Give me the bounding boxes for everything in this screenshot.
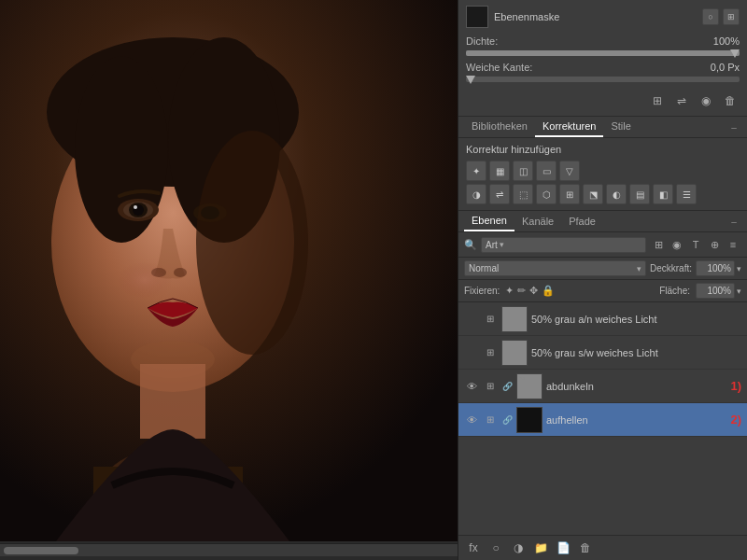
- blend-mode-dropdown[interactable]: Normal ▾: [464, 260, 646, 276]
- layer-tool-icon-2[interactable]: ◉: [669, 236, 685, 253]
- mask-delete-icon[interactable]: 🗑: [721, 91, 740, 110]
- deckkraft-input[interactable]: [696, 260, 735, 276]
- dichte-slider[interactable]: [466, 50, 740, 58]
- tab-bibliotheken[interactable]: Bibliotheken: [464, 117, 535, 137]
- correction-section: Korrektur hinzufügen ✦ ▦ ◫ ▭ ▽ ◑ ⇌ ⬚ ⬡ ⊞…: [458, 138, 747, 211]
- dichte-row: Dichte: 100%: [466, 35, 740, 47]
- fix-icon-lock[interactable]: 🔒: [542, 285, 555, 297]
- layer-tool-icon-4[interactable]: ⊕: [706, 236, 723, 253]
- svg-rect-19: [140, 364, 205, 439]
- weiche-kante-row: Weiche Kante: 0,0 Px: [466, 62, 740, 73]
- weiche-kante-slider[interactable]: [466, 77, 740, 84]
- weiche-kante-value: 0,0 Px: [684, 62, 740, 73]
- layer-item[interactable]: 👁 ⊞ 🔗 fx abdunkeln 1): [458, 370, 747, 403]
- corr-icon-vibrance[interactable]: ◑: [466, 184, 486, 204]
- layer-thumbs-3: fx: [516, 373, 543, 399]
- weiche-kante-label: Weiche Kante:: [466, 62, 550, 73]
- corr-icon-more[interactable]: ☰: [676, 184, 697, 204]
- corr-icon-photo-filter[interactable]: ⬡: [536, 184, 557, 204]
- flaeche-arrow[interactable]: ▾: [737, 287, 741, 296]
- deckkraft-label: Deckkraft:: [650, 263, 692, 273]
- layer-tool-icon-3[interactable]: T: [687, 236, 704, 253]
- corr-icon-dropdown[interactable]: ▽: [559, 161, 580, 181]
- layer-eye-3[interactable]: 👁: [464, 379, 479, 394]
- svg-point-7: [196, 131, 308, 355]
- svg-point-12: [134, 205, 137, 209]
- layer-name-1: 50% grau a/n weiches Licht: [531, 314, 741, 325]
- mask-icon-btn-2[interactable]: ⊞: [723, 8, 740, 25]
- layer-thumb-3a: fx: [516, 373, 543, 399]
- corr-icon-levels[interactable]: ▦: [489, 161, 510, 181]
- layer-bottom-fx[interactable]: fx: [464, 539, 483, 557]
- tab-stile[interactable]: Stile: [603, 117, 638, 137]
- layer-eye-2[interactable]: [464, 345, 479, 360]
- canvas-scrollbar-thumb[interactable]: [4, 547, 78, 554]
- layer-filter-search-icon: 🔍: [464, 239, 477, 251]
- blend-opacity-row: Normal ▾ Deckkraft: ▾: [458, 258, 747, 280]
- fixieren-row: Fixieren: ✦ ✏ ✥ 🔒 Fläche: ▾: [458, 280, 747, 302]
- layer-bottom-delete[interactable]: 🗑: [576, 539, 595, 557]
- fixieren-icons: ✦ ✏ ✥ 🔒: [505, 285, 555, 297]
- mask-icon-btn-1[interactable]: ○: [702, 8, 719, 25]
- mask-visibility-icon[interactable]: ◉: [697, 91, 715, 110]
- tab-korrekturen[interactable]: Korrekturen: [535, 117, 603, 137]
- layer-name-3: abdunkeln: [546, 381, 726, 392]
- layer-tool-icon-5[interactable]: ≡: [725, 236, 741, 253]
- corr-icon-gradient-map[interactable]: ⊞: [559, 184, 580, 204]
- corr-icon-brightness[interactable]: ✦: [466, 161, 486, 181]
- tab-ebenen[interactable]: Ebenen: [464, 211, 514, 231]
- correction-icons-row1: ✦ ▦ ◫ ▭ ▽: [466, 161, 740, 181]
- layer-link-4: 🔗: [501, 414, 513, 426]
- fix-icon-brush[interactable]: ✏: [517, 285, 526, 297]
- correction-icons-row2: ◑ ⇌ ⬚ ⬡ ⊞ ⬔ ◐ ▤ ◧ ☰: [466, 184, 740, 204]
- layers-collapse-icon[interactable]: –: [726, 214, 741, 229]
- corr-icon-posterize[interactable]: ▤: [629, 184, 650, 204]
- layer-bottom-group[interactable]: 📁: [531, 539, 550, 557]
- layer-bottom-mask[interactable]: ○: [486, 539, 505, 557]
- blend-mode-label: Normal: [469, 263, 499, 273]
- layer-name-4: aufhellen: [546, 414, 726, 426]
- layer-item[interactable]: 👁 ⊞ 🔗 aufhellen 2): [458, 403, 747, 437]
- corr-icon-selective-color[interactable]: ⬔: [583, 184, 603, 204]
- layers-tabs: Ebenen Kanäle Pfade –: [458, 211, 747, 232]
- tab-kanaele[interactable]: Kanäle: [514, 212, 561, 231]
- layer-eye-4[interactable]: 👁: [464, 413, 479, 427]
- layer-type-icon-1: ⊞: [483, 312, 498, 327]
- correction-tabs-bar: Bibliotheken Korrekturen Stile –: [458, 117, 747, 138]
- layer-item[interactable]: ⊞ 50% grau a/n weiches Licht: [458, 302, 747, 336]
- layer-tool-icon-1[interactable]: ⊞: [650, 236, 667, 253]
- tab-pfade[interactable]: Pfade: [561, 212, 603, 231]
- layer-list: ⊞ 50% grau a/n weiches Licht ⊞ 50% grau …: [458, 302, 747, 535]
- mask-invert-icon[interactable]: ⇌: [672, 91, 691, 110]
- layer-thumbs-4: [516, 407, 543, 433]
- layer-name-2: 50% grau s/w weiches Licht: [531, 347, 741, 358]
- mask-header: Ebenenmaske ○ ⊞: [466, 6, 740, 28]
- dichte-label: Dichte:: [466, 35, 550, 47]
- tab-collapse-icon[interactable]: –: [726, 119, 741, 134]
- canvas-scrollbar[interactable]: [0, 543, 458, 556]
- layer-thumb-1: [501, 306, 528, 332]
- mask-icons: ○ ⊞: [702, 8, 740, 25]
- layer-badge-4: 2): [730, 413, 741, 427]
- layer-type-icon-3: ⊞: [483, 379, 498, 394]
- layer-type-dropdown[interactable]: Art ▾: [481, 237, 646, 253]
- corr-icon-hue[interactable]: ⇌: [489, 184, 510, 204]
- layer-bottom-adjustment[interactable]: ◑: [509, 539, 528, 557]
- corr-icon-curves[interactable]: ◫: [513, 161, 533, 181]
- layer-item[interactable]: ⊞ 50% grau s/w weiches Licht: [458, 336, 747, 370]
- corr-icon-color-balance[interactable]: ⬚: [513, 184, 533, 204]
- corr-icon-threshold[interactable]: ◐: [606, 184, 627, 204]
- mask-refine-icon[interactable]: ⊞: [648, 91, 667, 110]
- layer-bottom-new[interactable]: 📄: [554, 539, 572, 557]
- layer-link-3: 🔗: [501, 381, 513, 392]
- svg-point-14: [201, 206, 219, 219]
- layer-type-icon-2: ⊞: [483, 345, 498, 360]
- flaeche-input[interactable]: [696, 283, 735, 299]
- fix-icon-move[interactable]: ✦: [505, 285, 514, 297]
- deckkraft-arrow[interactable]: ▾: [737, 264, 741, 273]
- fix-icon-position[interactable]: ✥: [529, 285, 538, 297]
- layer-type-icon-4: ⊞: [483, 413, 498, 427]
- corr-icon-exposure[interactable]: ▭: [536, 161, 557, 181]
- layer-eye-1[interactable]: [464, 312, 479, 327]
- corr-icon-invert[interactable]: ◧: [653, 184, 673, 204]
